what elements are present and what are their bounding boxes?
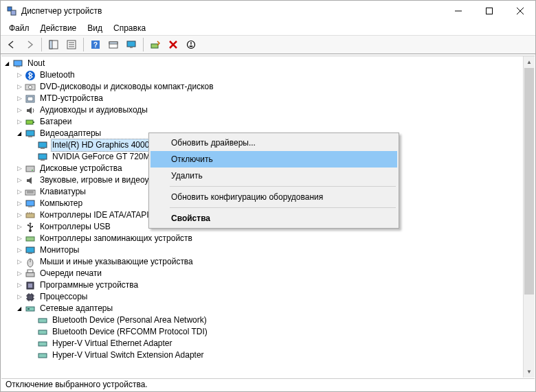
tree-node[interactable]: Аудиовходы и аудиовыходы — [1, 104, 519, 116]
maximize-button[interactable] — [473, 1, 504, 21]
tree-node[interactable]: Очереди печати — [1, 268, 519, 279]
tree-node[interactable]: Мониторы — [1, 244, 519, 256]
svg-point-26 — [29, 85, 32, 89]
title-bar: Диспетчер устройств — [1, 1, 535, 21]
monitor-icon — [25, 245, 36, 256]
svg-rect-70 — [26, 307, 34, 311]
context-menu-update-drivers[interactable]: Обновить драйверы... — [150, 135, 397, 151]
tree-node-network-adapters[interactable]: Сетевые адаптеры — [1, 303, 519, 314]
svg-rect-53 — [26, 247, 34, 253]
expander-icon[interactable] — [15, 281, 23, 290]
node-label: DVD-дисководы и дисководы компакт-дисков — [38, 81, 215, 93]
context-menu-disable[interactable]: Отключить — [150, 151, 397, 168]
monitor-icon[interactable] — [123, 37, 139, 52]
tree-node[interactable]: Контроллеры запоминающих устройств — [1, 233, 519, 244]
scroll-down-button[interactable]: ▼ — [524, 366, 535, 378]
minimize-button[interactable] — [443, 1, 473, 21]
software-device-icon — [25, 280, 36, 291]
menu-file[interactable]: Файл — [3, 22, 35, 34]
expander-icon[interactable] — [15, 165, 23, 173]
forward-button[interactable] — [21, 37, 38, 52]
menu-action[interactable]: Действие — [35, 22, 82, 34]
context-menu-properties[interactable]: Свойства — [150, 210, 397, 227]
scroll-up-button[interactable]: ▲ — [524, 56, 535, 68]
svg-rect-30 — [33, 122, 34, 123]
node-label: Сетевые адаптеры — [38, 303, 114, 314]
svg-rect-29 — [26, 120, 33, 124]
expander-icon[interactable] — [15, 235, 23, 243]
show-hide-console-tree-icon[interactable] — [45, 37, 62, 52]
network-adapter-icon — [37, 327, 48, 338]
svg-rect-3 — [486, 8, 492, 14]
storage-controller-icon — [25, 233, 36, 244]
expander-icon[interactable] — [15, 118, 23, 126]
expander-icon[interactable] — [15, 71, 23, 80]
expander-icon[interactable] — [15, 130, 23, 138]
svg-text:?: ? — [93, 41, 98, 49]
tree-node[interactable]: Батареи — [1, 116, 519, 128]
svg-rect-7 — [49, 41, 52, 49]
svg-rect-74 — [38, 342, 47, 346]
properties-icon[interactable] — [63, 37, 80, 52]
context-menu-separator — [170, 186, 396, 187]
svg-rect-61 — [27, 295, 33, 300]
node-label: Батареи — [38, 116, 73, 128]
menu-bar: Файл Действие Вид Справка — [1, 21, 535, 35]
scroll-thumb[interactable] — [524, 68, 534, 295]
tree-node[interactable]: Hyper-V Virtual Ethernet Adapter — [1, 338, 519, 349]
tree-node[interactable]: Bluetooth Device (RFCOMM Protocol TDI) — [1, 326, 519, 338]
tree-node[interactable]: Мыши и иные указывающие устройства — [1, 256, 519, 268]
menu-view[interactable]: Вид — [82, 22, 108, 34]
tree-node[interactable]: MTD-устройства — [1, 93, 519, 104]
help-icon[interactable]: ? — [87, 37, 104, 52]
expander-icon[interactable] — [15, 106, 23, 115]
tree-root[interactable]: Nout — [1, 58, 519, 69]
context-menu-scan-hardware[interactable]: Обновить конфигурацию оборудования — [150, 189, 397, 205]
expander-icon[interactable] — [15, 223, 23, 231]
svg-rect-36 — [41, 159, 45, 161]
window-buttons — [443, 1, 535, 21]
menu-help[interactable]: Справка — [108, 22, 151, 34]
tree-node[interactable]: Bluetooth Device (Personal Area Network) — [1, 314, 519, 326]
svg-rect-43 — [28, 206, 32, 207]
tree-node[interactable]: Hyper-V Virtual Switch Extension Adapter — [1, 349, 519, 361]
uninstall-icon[interactable] — [165, 37, 181, 52]
expander-icon[interactable] — [15, 293, 23, 301]
node-label: Intel(R) HD Graphics 4000 — [51, 139, 150, 152]
node-label: Контроллеры USB — [38, 221, 112, 233]
node-label: Дисковые устройства — [38, 163, 124, 174]
back-button[interactable] — [3, 37, 20, 52]
context-menu: Обновить драйверы... Отключить Удалить О… — [148, 132, 399, 229]
node-label: Процессоры — [38, 291, 89, 303]
expander-icon[interactable] — [15, 258, 23, 266]
tree-node[interactable]: Процессоры — [1, 291, 519, 303]
network-adapter-icon — [25, 303, 36, 314]
expander-icon[interactable] — [15, 246, 23, 255]
scan-hardware-icon[interactable] — [147, 37, 164, 52]
expander-icon[interactable] — [15, 211, 23, 220]
expander-icon[interactable] — [15, 200, 23, 208]
network-adapter-icon — [37, 315, 48, 326]
expander-icon[interactable] — [15, 176, 23, 185]
expander-icon[interactable] — [15, 270, 23, 278]
tree-node[interactable]: DVD-дисководы и дисководы компакт-дисков — [1, 81, 519, 93]
svg-rect-17 — [130, 47, 133, 48]
expander-icon[interactable] — [3, 60, 11, 68]
expander-icon[interactable] — [15, 305, 23, 313]
tree-node[interactable]: Программные устройства — [1, 279, 519, 291]
node-label: Аудиовходы и аудиовыходы — [38, 104, 149, 116]
tree-node[interactable]: Bluetooth — [1, 69, 519, 81]
expander-icon[interactable] — [15, 188, 23, 196]
action-icon[interactable] — [105, 37, 122, 52]
svg-rect-33 — [38, 142, 47, 148]
disable-icon[interactable] — [183, 37, 199, 52]
close-button[interactable] — [504, 1, 535, 21]
toolbar-separator — [41, 38, 42, 51]
svg-rect-15 — [109, 42, 118, 44]
vertical-scrollbar[interactable]: ▲ ▼ — [523, 56, 535, 378]
context-menu-delete[interactable]: Удалить — [150, 168, 397, 184]
svg-rect-18 — [151, 44, 158, 48]
svg-rect-32 — [28, 136, 32, 137]
expander-icon[interactable] — [15, 95, 23, 103]
expander-icon[interactable] — [15, 83, 23, 91]
